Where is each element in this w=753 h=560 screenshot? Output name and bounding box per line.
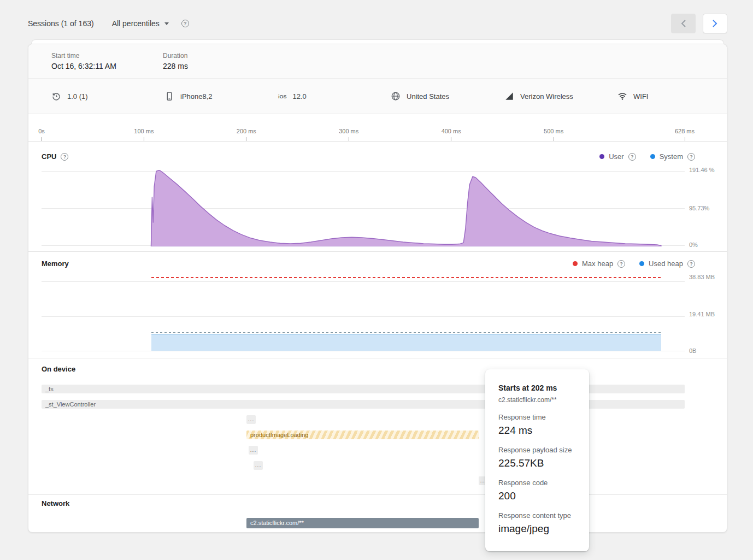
response-content-type-value: image/jpeg <box>498 523 578 535</box>
gridline <box>42 281 685 282</box>
legend-max-heap[interactable]: Max heap <box>573 260 625 268</box>
memory-ytick-zero: 0B <box>689 347 717 355</box>
response-payload-label: Response payload size <box>498 446 578 454</box>
help-icon[interactable] <box>687 260 695 268</box>
timeline-tick-mark <box>42 137 42 141</box>
carrier-label: Verizon Wireless <box>520 92 573 101</box>
legend-system[interactable]: System <box>650 152 695 161</box>
help-icon[interactable] <box>687 153 695 161</box>
session-nav <box>671 14 727 33</box>
gridline <box>42 351 685 351</box>
tooltip-url: c2.staticflickr.com/** <box>498 396 578 404</box>
trace-label: ... <box>249 446 258 455</box>
start-time-value: Oct 16, 6:32:11 AM <box>51 62 163 70</box>
next-session-button[interactable] <box>703 14 727 33</box>
trace-bar-collapsed[interactable]: ... <box>249 446 258 455</box>
session-detail-card: Start time Oct 16, 6:32:11 AM Duration 2… <box>28 44 727 533</box>
duration-value: 228 ms <box>163 62 188 70</box>
os-version-item: iOS 12.0 <box>278 92 307 101</box>
radio-network-item: WIFI <box>617 91 648 101</box>
radio-network-label: WIFI <box>633 92 648 101</box>
phone-icon <box>164 91 174 101</box>
legend-used-heap[interactable]: Used heap <box>639 260 695 268</box>
carrier-signal-icon <box>504 91 514 101</box>
timeline-tick-label: 628 ms <box>675 128 695 134</box>
memory-ytick-max: 38.83 MB <box>689 274 717 281</box>
timeline-tick: 100 ms <box>134 128 154 141</box>
max-heap-line <box>151 277 661 278</box>
response-content-type-label: Response content type <box>498 511 578 520</box>
app-version-label: 1.0 (1) <box>67 92 88 101</box>
start-time-label: Start time <box>51 52 163 60</box>
app-version-history-icon <box>51 91 61 101</box>
memory-section-title: Memory <box>42 260 69 268</box>
timeline-tick: 500 ms <box>544 128 563 141</box>
country-item: United States <box>391 91 449 101</box>
used-heap-band[interactable] <box>151 334 661 351</box>
timeline-tick-label: 0s <box>38 128 45 134</box>
network-request-label: c2.staticflickr.com/** <box>246 518 479 528</box>
trace-bar-highlighted[interactable]: productImageLoading <box>246 431 479 439</box>
cpu-section-title: CPU <box>42 152 56 161</box>
response-code-label: Response code <box>498 479 578 487</box>
cpu-ytick-mid: 95.73% <box>689 205 717 212</box>
help-icon[interactable] <box>61 153 68 161</box>
used-heap-dash <box>151 332 661 333</box>
cpu-area-path <box>151 170 661 246</box>
max-heap-series-dot <box>573 261 578 266</box>
topbar: Sessions (1 of 163) All percentiles <box>28 13 727 34</box>
timeline-tick-label: 300 ms <box>339 128 358 134</box>
trace-label: ... <box>254 461 263 470</box>
network-section: Network c2.staticflickr.com/** <box>28 495 727 533</box>
trace-bar-collapsed[interactable]: ... <box>254 461 263 470</box>
globe-icon <box>391 91 401 101</box>
timeline-tick-mark <box>349 137 349 141</box>
sessions-count-label: Sessions (1 of 163) <box>28 19 94 28</box>
help-icon[interactable] <box>628 153 636 161</box>
memory-section: Memory Max heap Used heap 38.83 MB 19.41… <box>28 252 727 358</box>
timeline-tick: 200 ms <box>237 128 256 141</box>
duration-field: Duration 228 ms <box>163 52 188 70</box>
help-icon[interactable] <box>617 260 625 268</box>
timeline-ruler[interactable]: 0s100 ms200 ms300 ms400 ms500 ms628 ms <box>28 114 727 142</box>
on-device-section: On device _fs_st_ViewController...produc… <box>28 358 727 495</box>
device-model-item: iPhone8,2 <box>164 91 213 101</box>
tooltip-start-time: Starts at 202 ms <box>498 384 578 392</box>
device-model-label: iPhone8,2 <box>180 92 213 101</box>
legend-user[interactable]: User <box>599 152 636 161</box>
percentile-selector[interactable]: All percentiles <box>112 19 169 28</box>
gridline <box>42 316 685 317</box>
response-time-value: 224 ms <box>498 425 578 437</box>
timeline-tick: 400 ms <box>442 128 461 141</box>
percentile-selector-label: All percentiles <box>112 19 160 28</box>
duration-label: Duration <box>163 52 188 60</box>
previous-session-button[interactable] <box>671 14 696 33</box>
response-payload-value: 225.57KB <box>498 457 578 469</box>
os-version-label: 12.0 <box>293 92 307 101</box>
start-time-field: Start time Oct 16, 6:32:11 AM <box>51 52 163 70</box>
app-version-item: 1.0 (1) <box>51 91 88 101</box>
session-header: Start time Oct 16, 6:32:11 AM Duration 2… <box>28 44 727 79</box>
cpu-chart-svg <box>42 170 685 246</box>
timeline-tick: 628 ms <box>675 128 695 141</box>
timeline-tick-label: 500 ms <box>544 128 563 134</box>
legend-system-label: System <box>660 152 683 161</box>
memory-chart[interactable] <box>42 275 685 351</box>
trace-bar-collapsed[interactable]: ... <box>246 415 256 424</box>
system-series-dot <box>650 154 655 159</box>
memory-section-head: Memory <box>42 260 69 268</box>
network-request-bar[interactable]: c2.staticflickr.com/** <box>246 518 479 528</box>
cpu-ytick-zero: 0% <box>689 241 717 249</box>
timeline-tick-mark <box>246 137 246 141</box>
legend-max-heap-label: Max heap <box>582 260 613 268</box>
cpu-chart[interactable] <box>42 170 685 246</box>
help-icon[interactable] <box>181 20 189 27</box>
trace-label: productImageLoading <box>246 431 479 439</box>
legend-user-label: User <box>609 152 623 161</box>
memory-ytick-mid: 19.41 MB <box>689 311 717 318</box>
timeline-tick-label: 400 ms <box>442 128 461 134</box>
response-time-label: Response time <box>498 413 578 421</box>
trace-label: ... <box>246 415 256 424</box>
timeline-tick-label: 100 ms <box>134 128 154 134</box>
timeline-tick-label: 200 ms <box>237 128 256 134</box>
